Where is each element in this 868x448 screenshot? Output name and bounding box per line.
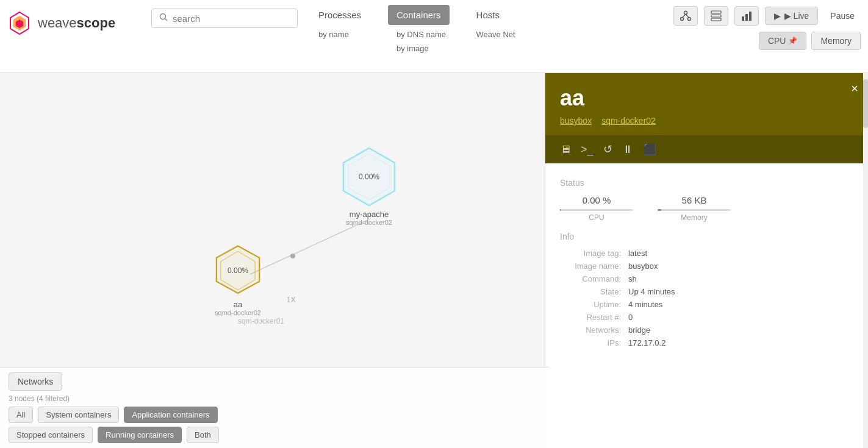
live-play-icon: ▶ [774, 11, 781, 21]
metrics-row: 0.00 % CPU 56 KB Memory [560, 195, 853, 222]
info-label: Command: [560, 274, 621, 283]
nav-processes-byname[interactable]: by name [318, 27, 370, 41]
logo-area: weavescope [7, 0, 142, 35]
svg-point-6 [680, 18, 683, 21]
cpu-value: 0.00 % [583, 195, 611, 205]
svg-rect-15 [749, 12, 751, 21]
info-section-title: Info [560, 232, 853, 241]
filter-info: 3 nodes (4 filtered) [9, 394, 540, 403]
info-rows: Image tag:latestImage name:busyboxComman… [560, 249, 853, 347]
logo-icon [7, 11, 32, 35]
node-my-apache[interactable]: 0.00% my-apache sqmd-docker02 [342, 146, 396, 226]
nav-processes-title[interactable]: Processes [310, 5, 370, 25]
filter-stopped-containers[interactable]: Stopped containers [9, 427, 93, 443]
table-view-btn[interactable] [704, 6, 728, 26]
nav-group-hosts: Hosts Weave Net [468, 0, 515, 55]
info-value: 0 [628, 313, 633, 322]
hex-svg-aa [213, 244, 262, 297]
live-label: ▶ Live [784, 11, 809, 21]
detail-close-button[interactable]: × [851, 82, 858, 96]
filter-system-containers[interactable]: System containers [38, 407, 119, 423]
search-input[interactable] [173, 13, 290, 24]
info-value: busybox [628, 261, 658, 271]
svg-point-7 [687, 18, 690, 21]
nav-processes-subs: by name [310, 27, 370, 41]
filter-running-containers[interactable]: Running containers [98, 427, 182, 443]
svg-point-5 [684, 12, 687, 15]
svg-marker-20 [217, 246, 259, 293]
info-value: bridge [628, 325, 650, 335]
nav-group-processes: Processes by name [310, 0, 370, 55]
nav-containers-title[interactable]: Containers [388, 5, 450, 25]
svg-rect-12 [711, 18, 721, 21]
networks-button[interactable]: Networks [9, 372, 62, 391]
filter-all[interactable]: All [9, 407, 33, 423]
container-filter-row: All System containers Application contai… [9, 407, 540, 423]
info-value: latest [628, 249, 647, 258]
live-button[interactable]: ▶ ▶ Live [765, 7, 819, 25]
filter-both[interactable]: Both [187, 427, 219, 443]
detail-actions: 🖥 >_ ↺ ⏸ ⬛ [545, 135, 868, 163]
action-stop-icon[interactable]: ⬛ [643, 143, 656, 156]
memory-bar-fill [658, 209, 661, 211]
info-label: Restart #: [560, 313, 621, 322]
info-row: Command:sh [560, 274, 853, 283]
nav-containers-byimage[interactable]: by image [396, 41, 450, 55]
myapache-label: my-apache [350, 210, 389, 219]
cpu-metric-name: CPU [589, 213, 604, 222]
detail-body: Status 0.00 % CPU 56 KB Memory [545, 163, 868, 361]
svg-line-8 [683, 15, 686, 18]
info-row: Networks:bridge [560, 325, 853, 335]
hex-container-aa: 0.00% [213, 244, 262, 297]
memory-metric-item: 56 KB Memory [658, 195, 731, 222]
svg-rect-13 [742, 16, 744, 21]
info-label: IPs: [560, 338, 621, 347]
svg-point-3 [160, 14, 166, 20]
nav-sections: Processes by name Containers by DNS name… [298, 0, 673, 55]
info-row: Image name:busybox [560, 261, 853, 271]
node-aa[interactable]: 0.00% aa sqmd-docker02 [213, 244, 262, 316]
chart-view-btn[interactable] [734, 6, 759, 26]
filter-application-containers[interactable]: Application containers [124, 407, 217, 423]
nav-hosts-title[interactable]: Hosts [468, 5, 515, 25]
nav-containers-bydns[interactable]: by DNS name [396, 27, 450, 41]
svg-line-4 [165, 19, 168, 21]
nav-group-containers: Containers by DNS name by image [388, 0, 450, 55]
scrollbar-thumb[interactable] [863, 79, 868, 128]
memory-label: Memory [820, 36, 852, 46]
detail-link-busybox[interactable]: busybox [560, 116, 592, 126]
label-sqmdocker01: sqm-docker01 [238, 317, 284, 325]
nav-hosts-weavenet[interactable]: Weave Net [476, 27, 515, 41]
info-label: Uptime: [560, 300, 621, 309]
memory-metric-btn[interactable]: Memory [811, 32, 861, 50]
info-row: Restart #:0 [560, 313, 853, 322]
memory-bar [658, 209, 731, 211]
detail-header: aa busybox sqm-docker02 × [545, 73, 868, 135]
action-screen-icon[interactable]: 🖥 [560, 143, 571, 156]
logo-text: weavescope [38, 15, 115, 31]
info-row: State:Up 4 minutes [560, 287, 853, 296]
main-area: 0.00% my-apache sqmd-docker02 0.00% aa s… [0, 73, 868, 448]
svg-rect-10 [711, 11, 721, 13]
pause-button[interactable]: Pause [824, 7, 861, 24]
action-restart-icon[interactable]: ↺ [603, 143, 612, 156]
action-pause-icon[interactable]: ⏸ [622, 143, 633, 156]
info-row: IPs:172.17.0.2 [560, 338, 853, 347]
detail-link-sqmdocker02[interactable]: sqm-docker02 [601, 116, 656, 126]
aa-label: aa [234, 300, 242, 309]
info-label: Networks: [560, 325, 621, 335]
search-box[interactable] [151, 9, 298, 28]
svg-rect-14 [745, 14, 748, 21]
detail-title: aa [560, 85, 853, 111]
nav-right-top: ▶ ▶ Live Pause [673, 6, 861, 26]
nav-containers-subs: by DNS name by image [388, 27, 450, 55]
state-filter-row: Stopped containers Running containers Bo… [9, 427, 540, 443]
nav-hosts-subs: Weave Net [468, 27, 515, 41]
pin-icon: 📌 [788, 37, 797, 45]
topology-view-btn[interactable] [673, 6, 698, 26]
svg-marker-18 [343, 148, 395, 205]
action-terminal-icon[interactable]: >_ [581, 143, 594, 156]
info-label: Image tag: [560, 249, 621, 258]
status-section-title: Status [560, 178, 853, 188]
cpu-metric-btn[interactable]: CPU 📌 [759, 32, 807, 50]
